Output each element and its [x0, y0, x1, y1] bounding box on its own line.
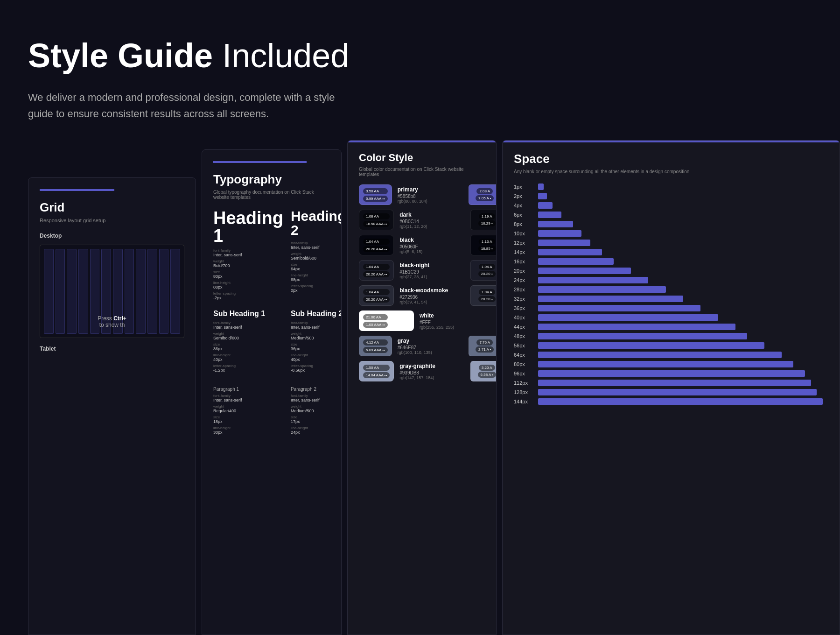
- space-label-21: 112px: [514, 380, 532, 386]
- p1-lh-group: line-height 30px: [213, 426, 283, 435]
- h1-font-value: Inter, sans-serif: [213, 253, 283, 257]
- color-badge1-6: 4.12 AA: [363, 339, 388, 346]
- color-swatch-small-3: 1.04 A 20.20 •: [470, 260, 497, 281]
- space-row-9: 20px: [514, 268, 828, 274]
- color-title: Color Style: [359, 152, 485, 164]
- space-bar-8: [538, 258, 614, 265]
- space-bar-19: [538, 361, 793, 367]
- p1-size-value: 18px: [213, 419, 283, 424]
- grid-col-11: [159, 249, 169, 334]
- h1-font-family-group: font-family Inter, sans-serif: [213, 248, 283, 257]
- h2-lh-group: line-height 68px: [291, 273, 342, 282]
- h2-font-family-group: font-family Inter, sans-serif: [291, 241, 342, 250]
- sh1-size-label: size: [213, 342, 283, 346]
- color-info-0: primary #5858b8 rgb(88, 88, 184): [398, 186, 463, 204]
- p2-font-family-group: font-family Inter, sans-serif: [291, 394, 342, 402]
- p2-font-label: font-family: [291, 394, 342, 398]
- space-bar-4: [538, 221, 573, 227]
- color-swatch-3: 1.04 AA 20.20 AAA ••: [359, 260, 394, 281]
- h1-lh-label: line-height: [213, 281, 283, 285]
- color-info-2: black #05060F rgb(5, 6, 15): [399, 237, 465, 254]
- p1-size-group: size 18px: [213, 415, 283, 424]
- color-small-badge1-6: 7.76 A: [476, 339, 493, 346]
- color-row-1: 1.08 AA 18.50 AAA •• dark #0B0C14 rgb(11…: [359, 210, 485, 230]
- sh1-weight-value: Semibold/600: [213, 336, 283, 340]
- color-badge1-7: 1.50 AA: [363, 365, 390, 371]
- color-badge2-3: 20.20 AAA ••: [363, 271, 390, 277]
- space-card: Space Any blank or empty space surroundi…: [502, 140, 840, 635]
- space-bar-container-9: [538, 268, 828, 274]
- color-small-badge2-6: 2.71 A •: [476, 346, 494, 353]
- color-badge2-6: 5.09 AAA ••: [363, 347, 388, 353]
- hero-subtitle: We deliver a modern and professional des…: [28, 89, 355, 122]
- color-row-4: 1.04 AA 20.20 AAA •• black-woodsmoke #27…: [359, 285, 485, 306]
- space-bar-container-6: [538, 240, 828, 246]
- space-bar-13: [538, 305, 700, 311]
- color-badge1-0: 3.50 AA: [363, 188, 388, 194]
- space-bar-container-12: [538, 296, 828, 302]
- para1-preview: Paragraph 1: [213, 387, 283, 392]
- heading2-preview: Heading 2: [291, 209, 342, 237]
- space-row-2: 4px: [514, 202, 828, 209]
- h1-ls-label: letter-spacing: [213, 291, 283, 296]
- color-rgb-6: rgb(100, 110, 135): [398, 350, 463, 355]
- space-bar-17: [538, 342, 764, 349]
- color-desc: Global color documentation on Click Stac…: [359, 167, 485, 177]
- space-bar-container-5: [538, 230, 828, 237]
- sh1-ls-group: letter-spacing -1.2px: [213, 364, 283, 373]
- p1-font-family-group: font-family Inter, sans-serif: [213, 394, 283, 402]
- space-bar-container-1: [538, 193, 828, 199]
- color-rgb-5: rgb(255, 255, 255): [420, 325, 485, 330]
- space-row-18: 64px: [514, 352, 828, 358]
- sh1-lh-value: 40px: [213, 357, 283, 362]
- p2-weight-group: weight Medium/500: [291, 404, 342, 413]
- sh1-ls-label: letter-spacing: [213, 364, 283, 368]
- space-label-2: 4px: [514, 203, 532, 208]
- space-title: Space: [514, 152, 828, 166]
- para1-col: Paragraph 1 font-family Inter, sans-seri…: [213, 382, 283, 437]
- space-row-16: 48px: [514, 333, 828, 339]
- h2-size-label: size: [291, 262, 342, 267]
- space-label-13: 36px: [514, 305, 532, 311]
- h1-ls-group: letter-spacing -2px: [213, 291, 283, 300]
- color-hex-0: #5858b8: [398, 194, 463, 199]
- color-rgb-1: rgb(11, 12, 20): [399, 224, 465, 229]
- sh2-font-family-group: font-family Inter, sans-serif: [291, 321, 342, 330]
- color-row-0: 3.50 AA 5.99 AAA •• primary #5858b8 rgb(…: [359, 184, 485, 205]
- color-rgb-7: rgb(147, 157, 184): [399, 375, 465, 380]
- sh1-weight-label: weight: [213, 332, 283, 336]
- sh1-weight-group: weight Semibold/600: [213, 332, 283, 340]
- grid-preview: Press Ctrl+ to show th: [40, 245, 184, 338]
- space-bar-container-18: [538, 352, 828, 358]
- color-accent-bar: [348, 141, 496, 142]
- color-small-badge1-4: 1.04 A: [479, 289, 495, 295]
- space-bar-container-13: [538, 305, 828, 311]
- h2-ls-value: 0px: [291, 288, 342, 293]
- space-bar-23: [538, 398, 823, 405]
- space-row-5: 10px: [514, 230, 828, 237]
- subheading2-col: Sub Heading 2 font-family Inter, sans-se…: [291, 310, 342, 374]
- sh1-lh-group: line-height 40px: [213, 353, 283, 362]
- typography-accent-bar: [213, 161, 307, 163]
- p1-size-label: size: [213, 415, 283, 419]
- space-label-1: 2px: [514, 193, 532, 199]
- space-label-14: 40px: [514, 315, 532, 320]
- color-name-0: primary: [398, 186, 463, 193]
- space-bar-container-15: [538, 324, 828, 330]
- color-name-2: black: [399, 237, 465, 243]
- color-info-7: gray-graphite #939DB8 rgb(147, 157, 184): [399, 363, 465, 380]
- space-label-15: 44px: [514, 324, 532, 330]
- color-badge2-7: 14.04 AAA ••: [363, 372, 390, 378]
- grid-col-1: [44, 249, 54, 334]
- color-badge1-2: 1.04 AA: [363, 239, 390, 245]
- h2-size-value: 64px: [291, 267, 342, 271]
- h2-ls-label: letter-spacing: [291, 284, 342, 288]
- sh2-ls-group: letter-spacing -0.56px: [291, 364, 342, 373]
- sh2-lh-label: line-height: [291, 353, 342, 357]
- space-row-8: 16px: [514, 258, 828, 265]
- space-bar-12: [538, 296, 683, 302]
- h2-weight-value: Semibold/600: [291, 256, 342, 261]
- p1-weight-value: Regular/400: [213, 409, 283, 413]
- color-name-4: black-woodsmoke: [399, 287, 465, 294]
- heading1-col: Heading 1 font-family Inter, sans-serif …: [213, 209, 283, 302]
